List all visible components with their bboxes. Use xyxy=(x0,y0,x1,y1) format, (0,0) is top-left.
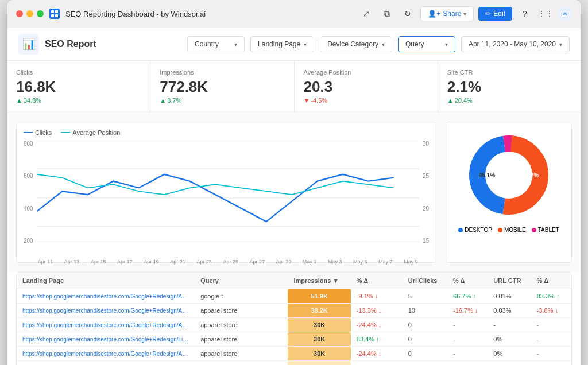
chart-canvas: Apr 11 Apr 13 Apr 15 Apr 17 Apr 19 Apr 2… xyxy=(37,141,419,255)
window-title: SEO Reporting Dashboard - by Windsor.ai xyxy=(65,10,353,18)
svg-rect-3 xyxy=(55,14,58,17)
cell-imp-pct: -24.4% ↓ xyxy=(351,318,403,332)
kpi-avg-position-value: 20.3 xyxy=(304,78,428,96)
cell-ctr-pct: - xyxy=(531,347,571,361)
query-filter[interactable]: Query ▾ xyxy=(398,36,455,52)
cell-query: apparel store xyxy=(195,332,288,347)
cell-impressions: 30K xyxy=(288,318,350,332)
cell-impressions: 30K xyxy=(288,332,350,347)
table-row: https://shop.googlemerchandisestore.com/… xyxy=(17,318,571,332)
kpi-clicks: Clicks 16.8K ▲ 34.8% xyxy=(7,61,150,112)
cell-landing-page: https://shop.googlemerchandisestore.com/… xyxy=(17,347,195,361)
tablet-dot xyxy=(532,228,536,232)
kpi-avg-position-change: ▼ -4.5% xyxy=(304,97,428,104)
table-row: https://shop.googlemerchandisestore.com/… xyxy=(17,361,571,366)
kpi-site-ctr-label: Site CTR xyxy=(447,69,572,76)
chart-svg xyxy=(37,141,419,255)
grid-icon[interactable]: ⋮⋮ xyxy=(537,6,554,22)
cell-ctr-pct: -3.8% ↓ xyxy=(531,304,571,318)
col-query: Query xyxy=(195,273,288,289)
maximize-button[interactable] xyxy=(37,10,44,17)
date-range-filter[interactable]: Apr 11, 2020 - May 10, 2020 ▾ xyxy=(461,36,570,52)
help-icon[interactable]: ? xyxy=(517,6,533,22)
cell-url-ctr: 0.03% xyxy=(488,304,531,318)
cell-impressions: 29.7K xyxy=(288,361,350,366)
chart-legend: Clicks Average Position xyxy=(24,129,429,136)
cell-ctr-pct: 83.3% ↑ xyxy=(531,289,571,304)
copy-icon[interactable]: ⧉ xyxy=(379,6,395,22)
country-filter[interactable]: Country ▾ xyxy=(187,36,245,52)
minimize-button[interactable] xyxy=(26,10,33,17)
col-landing-page: Landing Page xyxy=(17,273,195,289)
app-window: SEO Reporting Dashboard - by Windsor.ai … xyxy=(7,0,581,365)
cell-url-ctr: 0% xyxy=(488,332,531,347)
table-row: https://shop.googlemerchandisestore.com/… xyxy=(17,347,571,361)
chevron-down-icon: ▾ xyxy=(234,41,237,48)
down-arrow-icon: ▼ xyxy=(304,97,310,104)
donut-chart-svg: 45.1% 52.2% xyxy=(463,129,555,221)
cell-landing-page: https://shop.googlemerchandisestore.com/… xyxy=(17,361,195,366)
table-row: https://shop.googlemerchandisestore.com/… xyxy=(17,304,571,318)
share-button[interactable]: 👤+ Share ▾ xyxy=(420,6,474,21)
donut-chart-container: 45.1% 52.2% DESKTOP MOBILE TABLET xyxy=(446,122,572,263)
cell-landing-page: https://shop.googlemerchandisestore.com/… xyxy=(17,318,195,332)
legend-avg-position: Average Position xyxy=(61,129,120,136)
cell-clicks-pct: - xyxy=(447,347,488,361)
landing-page-filter[interactable]: Landing Page ▾ xyxy=(250,36,314,52)
kpi-clicks-value: 16.8K xyxy=(16,78,141,96)
device-category-filter[interactable]: Device Category ▾ xyxy=(320,36,392,52)
avg-position-legend-line xyxy=(61,132,70,133)
x-axis: Apr 11 Apr 13 Apr 15 Apr 17 Apr 19 Apr 2… xyxy=(37,259,419,265)
table-header-row: Landing Page Query Impressions ▼ % Δ Url… xyxy=(17,273,571,289)
svg-rect-0 xyxy=(51,10,54,13)
share-icon: 👤+ xyxy=(428,10,440,18)
legend-mobile: MOBILE xyxy=(498,227,526,233)
kpi-avg-position-label: Average Position xyxy=(304,69,428,76)
fullscreen-icon[interactable]: ⤢ xyxy=(358,6,374,22)
cell-query: apparel store xyxy=(195,304,288,318)
data-table: Landing Page Query Impressions ▼ % Δ Url… xyxy=(17,273,571,365)
chart-wrapper: 800 600 400 200 xyxy=(24,141,429,255)
avatar[interactable]: W xyxy=(558,7,572,21)
cell-url-clicks: 5 xyxy=(403,289,447,304)
kpi-site-ctr-change: ▲ 20.4% xyxy=(447,97,572,104)
cell-url-clicks: 0 xyxy=(403,347,447,361)
cell-url-ctr: 0.01% xyxy=(488,289,531,304)
chevron-down-icon: ▾ xyxy=(559,41,562,48)
table-body: https://shop.googlemerchandisestore.com/… xyxy=(17,289,571,366)
kpi-impressions: Impressions 772.8K ▲ 8.7% xyxy=(150,61,294,112)
close-button[interactable] xyxy=(16,10,23,17)
report-title: SEO Report xyxy=(45,39,181,49)
cell-imp-pct: -24.4% ↓ xyxy=(351,347,403,361)
legend-tablet: TABLET xyxy=(532,227,559,233)
cell-clicks-pct: - xyxy=(447,361,488,366)
cell-url-clicks: 0 xyxy=(403,332,447,347)
col-impressions[interactable]: Impressions ▼ xyxy=(288,273,350,289)
legend-clicks: Clicks xyxy=(24,129,52,136)
svg-rect-1 xyxy=(55,10,58,13)
cell-query: apparel store xyxy=(195,347,288,361)
col-ctr-pct: % Δ xyxy=(531,273,571,289)
cell-url-clicks: 10 xyxy=(403,304,447,318)
cell-ctr-pct: - xyxy=(531,318,571,332)
cell-clicks-pct: - xyxy=(447,318,488,332)
chevron-down-icon: ▾ xyxy=(304,41,307,48)
cell-url-ctr: - xyxy=(488,318,531,332)
cell-landing-page: https://shop.googlemerchandisestore.com/… xyxy=(17,304,195,318)
col-imp-pct: % Δ xyxy=(351,273,403,289)
cell-url-ctr: 0% xyxy=(488,347,531,361)
table-row: https://shop.googlemerchandisestore.com/… xyxy=(17,289,571,304)
up-arrow-icon: ▲ xyxy=(16,97,22,104)
clicks-legend-line xyxy=(24,132,33,133)
kpi-site-ctr-value: 2.1% xyxy=(447,78,572,96)
cell-landing-page: https://shop.googlemerchandisestore.com/… xyxy=(17,332,195,347)
refresh-icon[interactable]: ↻ xyxy=(400,6,416,22)
col-clicks-pct: % Δ xyxy=(447,273,488,289)
cell-impressions: 51.9K xyxy=(288,289,350,304)
edit-button[interactable]: ✏ Edit xyxy=(478,7,512,21)
cell-url-clicks: 0 xyxy=(403,318,447,332)
col-url-clicks: Url Clicks xyxy=(403,273,447,289)
cell-impressions: 30K xyxy=(288,347,350,361)
kpi-site-ctr: Site CTR 2.1% ▲ 20.4% xyxy=(438,61,581,112)
svg-text:52.2%: 52.2% xyxy=(523,172,539,178)
